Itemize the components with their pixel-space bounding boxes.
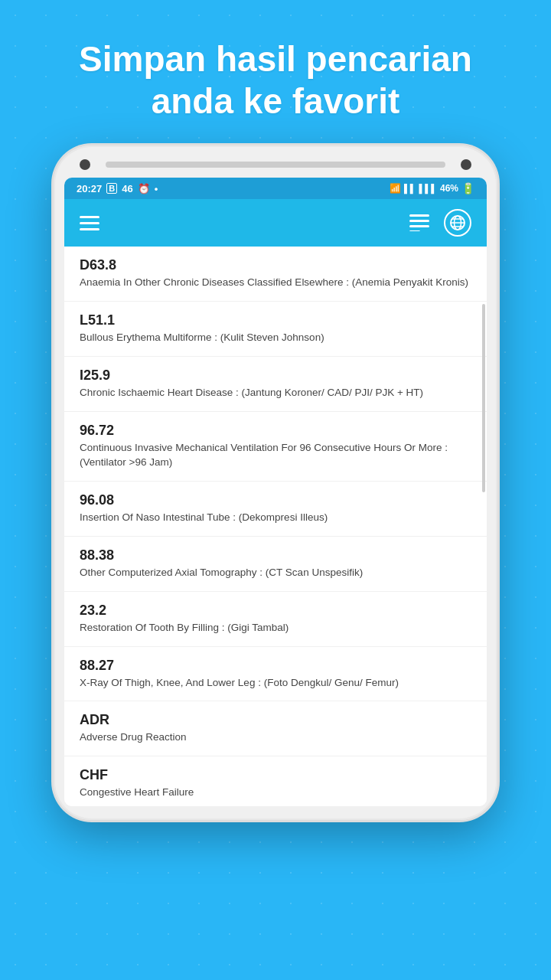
list-item[interactable]: 88.27 X-Ray Of Thigh, Knee, And Lower Le…: [64, 647, 487, 702]
hero-title: Simpan hasil pencarian anda ke favorit: [31, 38, 520, 122]
item-description: Adverse Drug Reaction: [80, 730, 471, 745]
list-item[interactable]: 96.08 Insertion Of Naso Intestinal Tube …: [64, 482, 487, 537]
app-header: [64, 199, 487, 247]
status-46: 46: [122, 183, 132, 194]
hero-section: Simpan hasil pencarian anda ke favorit: [0, 0, 551, 138]
hamburger-line-1: [80, 216, 99, 218]
item-description: X-Ray Of Thigh, Knee, And Lower Leg : (F…: [80, 676, 471, 691]
list-item[interactable]: CHF Congestive Heart Failure: [64, 756, 487, 806]
status-dot: •: [155, 183, 158, 194]
status-left: 20:27 B 46 ⏰ •: [77, 183, 158, 194]
item-code: CHF: [80, 767, 471, 783]
item-description: Chronic Ischaemic Heart Disease : (Jantu…: [80, 386, 471, 400]
item-code: D63.8: [80, 257, 471, 273]
item-description: Bullous Erythema Multiforme : (Kulit Ste…: [80, 331, 471, 345]
wifi-icon: 📶: [390, 183, 401, 194]
item-description: Continuous Invasive Mechanical Ventilati…: [80, 441, 471, 470]
item-code: I25.9: [80, 368, 471, 384]
svg-rect-1: [409, 220, 429, 222]
item-code: 23.2: [80, 603, 471, 619]
list-item[interactable]: D63.8 Anaemia In Other Chronic Diseases …: [64, 247, 487, 302]
item-code: 96.08: [80, 492, 471, 508]
camera-right: [461, 159, 471, 170]
item-description: Congestive Heart Failure: [80, 786, 471, 800]
status-b-icon: B: [106, 183, 117, 194]
hamburger-line-2: [80, 222, 99, 224]
status-time: 20:27: [77, 183, 102, 194]
item-code: 96.72: [80, 423, 471, 439]
list-item[interactable]: 23.2 Restoration Of Tooth By Filling : (…: [64, 592, 487, 647]
results-list: D63.8 Anaemia In Other Chronic Diseases …: [64, 247, 487, 806]
list-item[interactable]: I25.9 Chronic Ischaemic Heart Disease : …: [64, 357, 487, 412]
header-right-actions: [406, 209, 471, 237]
camera-left: [80, 159, 90, 170]
scroll-indicator: [482, 304, 485, 492]
hamburger-line-3: [80, 228, 99, 230]
language-button[interactable]: [444, 209, 471, 237]
signal2-icon: ▌▌▌: [419, 184, 437, 193]
phone-screen: 20:27 B 46 ⏰ • 📶 ▌▌ ▌▌▌ 46% 🔋: [64, 178, 487, 806]
list-item[interactable]: ADR Adverse Drug Reaction: [64, 701, 487, 756]
battery-icon: 🔋: [461, 182, 474, 194]
item-code: 88.27: [80, 658, 471, 674]
speaker: [106, 162, 445, 168]
svg-rect-0: [409, 214, 429, 217]
status-bar: 20:27 B 46 ⏰ • 📶 ▌▌ ▌▌▌ 46% 🔋: [64, 178, 487, 199]
status-alarm-icon: ⏰: [138, 183, 150, 194]
item-description: Other Computerized Axial Tomography : (C…: [80, 566, 471, 580]
phone-frame: 20:27 B 46 ⏰ • 📶 ▌▌ ▌▌▌ 46% 🔋: [54, 145, 497, 820]
phone-mockup: 20:27 B 46 ⏰ • 📶 ▌▌ ▌▌▌ 46% 🔋: [0, 145, 551, 820]
item-code: L51.1: [80, 312, 471, 328]
hamburger-menu-button[interactable]: [80, 208, 109, 237]
item-description: Insertion Of Naso Intestinal Tube : (Dek…: [80, 511, 471, 525]
phone-hardware-top: [64, 159, 487, 178]
list-item[interactable]: 96.72 Continuous Invasive Mechanical Ven…: [64, 412, 487, 482]
globe-icon: [449, 214, 466, 231]
list-view-icon: [409, 214, 429, 231]
svg-rect-3: [409, 230, 420, 231]
item-description: Anaemia In Other Chronic Diseases Classi…: [80, 276, 471, 290]
signal1-icon: ▌▌: [404, 184, 416, 193]
item-code: 88.38: [80, 547, 471, 564]
svg-rect-2: [409, 225, 429, 227]
battery-percent: 46%: [440, 183, 458, 194]
item-description: Restoration Of Tooth By Filling : (Gigi …: [80, 621, 471, 635]
list-item[interactable]: 88.38 Other Computerized Axial Tomograph…: [64, 537, 487, 592]
status-right: 📶 ▌▌ ▌▌▌ 46% 🔋: [390, 182, 474, 194]
list-item[interactable]: L51.1 Bullous Erythema Multiforme : (Kul…: [64, 302, 487, 357]
list-view-button[interactable]: [406, 209, 433, 237]
item-code: ADR: [80, 712, 471, 728]
phone-screen-container: 20:27 B 46 ⏰ • 📶 ▌▌ ▌▌▌ 46% 🔋: [64, 178, 487, 806]
